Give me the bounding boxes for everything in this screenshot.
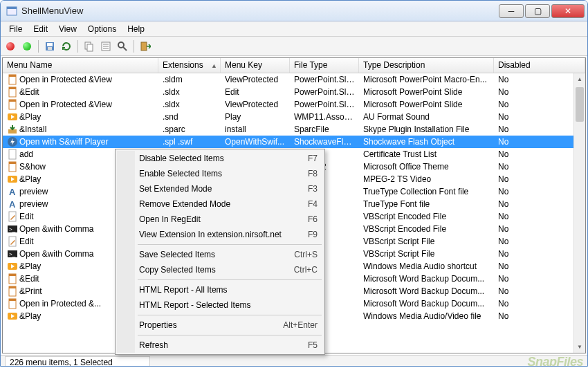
row-icon	[7, 74, 18, 85]
context-menu-shortcut: F5	[308, 340, 318, 350]
svg-rect-15	[9, 75, 16, 77]
context-menu-shortcut: F3	[308, 184, 318, 194]
window-title: ShellMenuView	[21, 6, 499, 16]
cell-menu-name: &Play	[19, 112, 41, 122]
cell-type-description: Skype Plugin Installation File	[359, 124, 494, 135]
table-row[interactable]: &Install.sparcinstallSparcFileSkype Plug…	[3, 123, 585, 136]
context-menu-item[interactable]: Enable Selected ItemsF8	[117, 166, 323, 181]
svg-text:A: A	[9, 187, 16, 197]
cell-menu-name: &Edit	[19, 274, 39, 284]
context-menu-item[interactable]: View Extension In extension.nirsoft.netF…	[117, 227, 323, 242]
row-icon	[7, 111, 18, 122]
scroll-thumb[interactable]	[576, 87, 584, 122]
exit-icon[interactable]	[138, 39, 152, 53]
properties-icon[interactable]	[99, 39, 113, 53]
toolbar-separator	[134, 40, 134, 53]
col-menu-name[interactable]: Menu Name	[3, 58, 158, 73]
svg-rect-41	[9, 299, 16, 301]
svg-text:A: A	[9, 199, 16, 210]
row-icon	[7, 124, 18, 135]
context-menu-shortcut: Ctrl+S	[294, 250, 318, 259]
disable-icon[interactable]	[3, 39, 17, 53]
cell-type-description: Windows Media Audio shortcut	[359, 261, 494, 272]
col-extensions[interactable]: Extensions▲	[158, 58, 221, 73]
table-row[interactable]: &Play.sndPlayWMP11.Assoc...AU Format Sou…	[3, 111, 585, 123]
close-button[interactable]: ✕	[551, 4, 585, 18]
cell-disabled: No	[494, 236, 585, 247]
menu-file[interactable]: File	[3, 23, 28, 35]
vertical-scrollbar[interactable]: ▲ ▼	[573, 73, 585, 353]
enable-icon[interactable]	[20, 39, 34, 53]
table-row[interactable]: Open in Protected &View.sldxViewProtecte…	[3, 98, 585, 111]
maximize-button[interactable]: ▢	[525, 4, 550, 18]
context-menu-separator	[138, 279, 322, 280]
titlebar[interactable]: ShellMenuView ─ ▢ ✕	[1, 1, 587, 21]
scroll-up-icon[interactable]: ▲	[574, 73, 585, 85]
table-row[interactable]: Open with S&wiff Player.spl .swfOpenWith…	[3, 136, 585, 148]
cell-file-type: PowerPoint.Sli...	[290, 86, 359, 98]
cell-menu-name: Open in Protected &...	[19, 299, 101, 309]
save-icon[interactable]	[43, 39, 57, 53]
cell-type-description: VBScript Script File	[359, 248, 494, 259]
cell-menu-name: &Install	[19, 125, 46, 134]
col-file-type[interactable]: File Type	[290, 58, 359, 73]
context-menu-item[interactable]: Set Extended ModeF3	[117, 181, 323, 196]
context-menu-item[interactable]: Copy Selected ItemsCtrl+C	[117, 262, 323, 277]
copy-icon[interactable]	[82, 39, 96, 53]
context-menu-item[interactable]: Disable Selected ItemsF7	[117, 151, 323, 166]
cell-type-description: VBScript Encoded File	[359, 223, 494, 234]
scroll-down-icon[interactable]: ▼	[574, 341, 585, 353]
svg-rect-37	[9, 274, 16, 276]
svg-rect-3	[47, 43, 53, 46]
context-menu-item[interactable]: HTML Report - Selected Items	[117, 297, 323, 313]
cell-menu-name: Open in Protected &View	[19, 75, 112, 84]
cell-file-type: ShockwaveFlas...	[290, 136, 359, 147]
context-menu-label: Set Extended Mode	[139, 184, 308, 194]
menu-edit[interactable]: Edit	[28, 23, 53, 35]
find-icon[interactable]	[116, 39, 129, 53]
cell-type-description: Microsoft PowerPoint Macro-En...	[359, 74, 494, 85]
row-icon	[7, 86, 18, 98]
table-row[interactable]: &Edit.sldxEditPowerPoint.Sli...Microsoft…	[3, 86, 585, 98]
svg-rect-1	[7, 7, 17, 9]
context-menu-item[interactable]: HTML Report - All Items	[117, 282, 323, 297]
col-type-description[interactable]: Type Description	[359, 58, 494, 73]
refresh-icon[interactable]	[59, 39, 73, 53]
context-menu-item[interactable]: RefreshF5	[117, 338, 323, 353]
context-menu-label: Refresh	[139, 340, 308, 350]
svg-text:>_: >_	[9, 251, 16, 257]
cell-disabled: No	[494, 124, 585, 135]
row-icon	[7, 174, 18, 185]
context-menu-item[interactable]: Save Selected ItemsCtrl+S	[117, 247, 323, 262]
svg-rect-29	[9, 212, 16, 221]
svg-rect-39	[9, 286, 16, 288]
cell-file-type: WMP11.Assoc...	[290, 111, 359, 122]
cell-menu-name: &Play	[19, 174, 41, 184]
cell-disabled: No	[494, 86, 585, 98]
context-menu-label: Copy Selected Items	[139, 265, 294, 275]
menu-options[interactable]: Options	[82, 23, 122, 35]
menu-view[interactable]: View	[53, 23, 82, 35]
row-icon	[7, 273, 18, 284]
col-menu-key[interactable]: Menu Key	[221, 58, 290, 73]
context-menu-item[interactable]: Remove Extended ModeF4	[117, 196, 323, 212]
cell-disabled: No	[494, 223, 585, 234]
minimize-button[interactable]: ─	[499, 4, 524, 18]
context-menu-shortcut: F7	[308, 154, 318, 163]
svg-rect-17	[9, 87, 16, 89]
table-row[interactable]: Open in Protected &View.sldmViewProtecte…	[3, 73, 585, 86]
cell-menu-name: &Play	[19, 261, 41, 271]
menu-help[interactable]: Help	[122, 23, 150, 35]
cell-type-description: VBScript Script File	[359, 236, 494, 247]
cell-disabled: No	[494, 136, 585, 147]
context-menu-item[interactable]: PropertiesAlt+Enter	[117, 318, 323, 333]
cell-disabled: No	[494, 261, 585, 272]
context-menu-label: Save Selected Items	[139, 250, 294, 259]
cell-menu-name: &Play	[19, 311, 41, 321]
cell-type-description: Microsoft Word Backup Docum...	[359, 298, 494, 309]
cell-extensions: .sldm	[158, 74, 221, 85]
col-disabled[interactable]: Disabled	[494, 58, 585, 73]
row-icon	[7, 311, 18, 322]
context-menu-item[interactable]: Open In RegEditF6	[117, 212, 323, 227]
context-menu-separator	[138, 335, 322, 335]
